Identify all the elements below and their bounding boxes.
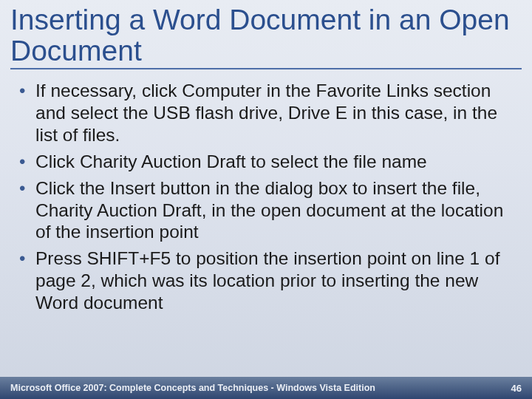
slide-title: Inserting a Word Document in an Open Doc… [10,4,522,69]
footer-text: Microsoft Office 2007: Complete Concepts… [10,383,375,393]
footer-bar: Microsoft Office 2007: Complete Concepts… [0,377,532,399]
bullet-list: If necessary, click Computer in the Favo… [15,80,517,314]
list-item: Click the Insert button in the dialog bo… [15,177,517,244]
list-item: Press SHIFT+F5 to position the insertion… [15,248,517,314]
page-number: 46 [511,383,522,394]
body-block: If necessary, click Computer in the Favo… [0,69,532,399]
list-item: If necessary, click Computer in the Favo… [15,80,517,146]
slide: Inserting a Word Document in an Open Doc… [0,0,532,399]
list-item: Click Charity Auction Draft to select th… [15,151,517,173]
title-block: Inserting a Word Document in an Open Doc… [0,0,532,69]
